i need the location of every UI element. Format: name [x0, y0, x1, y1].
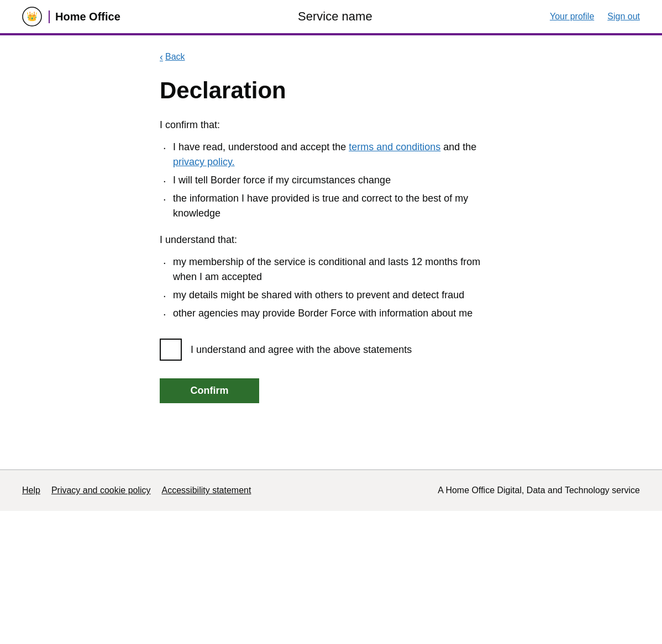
confirm-list: I have read, understood and accept the t… [160, 140, 502, 221]
footer-accessibility-link[interactable]: Accessibility statement [162, 485, 251, 495]
confirm-button[interactable]: Confirm [160, 378, 259, 403]
list-item: I have read, understood and accept the t… [160, 140, 502, 170]
item-text-before: I have read, understood and accept the [173, 141, 349, 152]
understand-intro: I understand that: [160, 234, 502, 246]
service-name: Service name [298, 9, 372, 24]
checkbox-wrapper: I understand and agree with the above st… [160, 339, 502, 361]
org-name: Home Office [49, 10, 120, 23]
footer-inner: Help Privacy and cookie policy Accessibi… [22, 485, 640, 495]
list-item: my details might be shared with others t… [160, 288, 502, 303]
list-item: other agencies may provide Border Force … [160, 306, 502, 321]
header-nav: Your profile Sign out [550, 12, 640, 22]
crown-icon: 👑 [22, 7, 42, 27]
list-item: I will tell Border force if my circumsta… [160, 173, 502, 188]
understand-list: my membership of the service is conditio… [160, 255, 502, 321]
footer-privacy-link[interactable]: Privacy and cookie policy [51, 485, 151, 495]
header-left: 👑 Home Office [22, 7, 120, 27]
footer-copy: A Home Office Digital, Data and Technolo… [438, 485, 640, 495]
sign-out-link[interactable]: Sign out [607, 12, 640, 22]
terms-conditions-link[interactable]: terms and conditions [349, 141, 440, 152]
list-item: the information I have provided is true … [160, 191, 502, 221]
page-title: Declaration [160, 77, 502, 104]
svg-text:👑: 👑 [27, 11, 38, 22]
list-item: my membership of the service is conditio… [160, 255, 502, 284]
your-profile-link[interactable]: Your profile [550, 12, 594, 22]
footer-nav: Help Privacy and cookie policy Accessibi… [22, 485, 251, 495]
checkbox-label[interactable]: I understand and agree with the above st… [191, 344, 412, 356]
confirm-intro: I confirm that: [160, 119, 502, 131]
item-text-middle: and the [440, 141, 476, 152]
back-link[interactable]: Back [160, 52, 185, 62]
main-content: Back Declaration I confirm that: I have … [138, 35, 524, 436]
agree-checkbox[interactable] [160, 339, 182, 361]
page-header: 👑 Home Office Service name Your profile … [0, 0, 662, 35]
home-office-logo: 👑 Home Office [22, 7, 120, 27]
page-footer: Help Privacy and cookie policy Accessibi… [0, 469, 662, 511]
privacy-policy-link[interactable]: privacy policy. [173, 156, 235, 167]
footer-help-link[interactable]: Help [22, 485, 40, 495]
